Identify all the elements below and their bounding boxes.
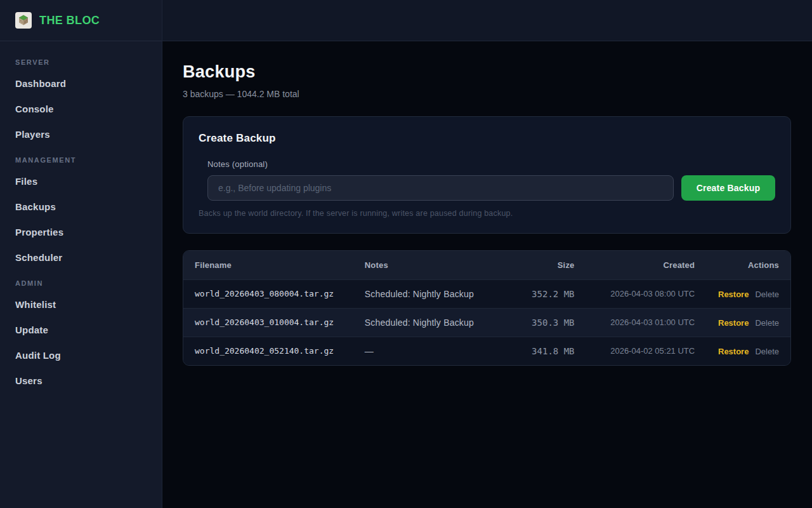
sidebar-item-dashboard[interactable]: Dashboard (15, 70, 147, 96)
nav-section-management: MANAGEMENT Files Backups Properties Sche… (15, 152, 147, 270)
restore-link[interactable]: Restore (718, 347, 749, 356)
backup-actions: RestoreDelete (695, 337, 790, 365)
column-header-actions: Actions (695, 251, 790, 279)
backup-size: 352.2 MB (500, 279, 575, 308)
sidebar-item-users[interactable]: Users (15, 368, 147, 393)
column-header-created: Created (575, 251, 695, 279)
column-header-filename: Filename (183, 251, 365, 279)
page-title: Backups (183, 62, 791, 82)
backup-created: 2026-04-03 01:00 UTC (575, 308, 695, 337)
create-backup-card-title: Create Backup (199, 132, 775, 145)
backup-actions: RestoreDelete (695, 279, 790, 308)
backups-table-card: Filename Notes Size Created Actions worl… (183, 250, 791, 366)
backup-filename: world_20260402_052140.tar.gz (183, 337, 365, 365)
sidebar-nav: SERVER Dashboard Console Players MANAGEM… (0, 41, 162, 393)
backup-created: 2026-04-02 05:21 UTC (575, 337, 695, 365)
sidebar-item-update[interactable]: Update (15, 317, 147, 342)
content-area: Backups 3 backups — 1044.2 MB total Crea… (162, 41, 812, 508)
sidebar-item-console[interactable]: Console (15, 96, 147, 121)
backup-notes: Scheduled: Nightly Backup (365, 308, 500, 337)
table-row: world_20260402_052140.tar.gz — 341.8 MB … (183, 337, 790, 365)
grass-block-icon (15, 12, 32, 29)
backup-filename: world_20260403_010004.tar.gz (183, 308, 365, 337)
create-backup-card: Create Backup Notes (optional) Create Ba… (183, 116, 791, 234)
backup-help-text: Backs up the world directory. If the ser… (199, 209, 775, 218)
nav-section-admin: ADMIN Whitelist Update Audit Log Users (15, 275, 147, 393)
backup-filename: world_20260403_080004.tar.gz (183, 279, 365, 308)
backup-notes: — (365, 337, 500, 365)
nav-section-label: ADMIN (15, 275, 147, 291)
notes-label: Notes (optional) (207, 159, 775, 169)
nav-section-label: SERVER (15, 54, 147, 70)
sidebar-item-files[interactable]: Files (15, 168, 147, 194)
backup-size: 341.8 MB (500, 337, 575, 365)
sidebar-item-properties[interactable]: Properties (15, 219, 147, 244)
table-header-row: Filename Notes Size Created Actions (183, 251, 790, 279)
create-backup-form: Notes (optional) Create Backup (199, 159, 775, 201)
table-row: world_20260403_010004.tar.gz Scheduled: … (183, 308, 790, 337)
app-root: THE BLOC SERVER Dashboard Console Player… (0, 0, 812, 508)
create-backup-button[interactable]: Create Backup (681, 175, 775, 201)
topbar (162, 0, 812, 41)
restore-link[interactable]: Restore (718, 318, 749, 328)
main-column: Backups 3 backups — 1044.2 MB total Crea… (162, 0, 812, 508)
backup-notes: Scheduled: Nightly Backup (365, 279, 500, 308)
restore-link[interactable]: Restore (718, 290, 749, 299)
delete-link[interactable]: Delete (755, 290, 779, 299)
sidebar: THE BLOC SERVER Dashboard Console Player… (0, 0, 162, 508)
column-header-notes: Notes (365, 251, 500, 279)
brand-name: THE BLOC (39, 14, 100, 27)
backup-created: 2026-04-03 08:00 UTC (575, 279, 695, 308)
sidebar-item-backups[interactable]: Backups (15, 194, 147, 219)
sidebar-item-players[interactable]: Players (15, 121, 147, 147)
backups-table: Filename Notes Size Created Actions worl… (183, 251, 790, 365)
backup-actions: RestoreDelete (695, 308, 790, 337)
delete-link[interactable]: Delete (755, 347, 779, 356)
column-header-size: Size (500, 251, 575, 279)
backup-size: 350.3 MB (500, 308, 575, 337)
delete-link[interactable]: Delete (755, 318, 779, 328)
notes-form-row: Create Backup (207, 175, 775, 201)
brand: THE BLOC (0, 0, 162, 41)
page-subtitle: 3 backups — 1044.2 MB total (183, 89, 791, 99)
sidebar-item-scheduler[interactable]: Scheduler (15, 244, 147, 270)
sidebar-item-whitelist[interactable]: Whitelist (15, 291, 147, 317)
notes-input[interactable] (207, 175, 674, 201)
table-row: world_20260403_080004.tar.gz Scheduled: … (183, 279, 790, 308)
sidebar-item-audit-log[interactable]: Audit Log (15, 342, 147, 368)
nav-section-server: SERVER Dashboard Console Players (15, 54, 147, 147)
nav-section-label: MANAGEMENT (15, 152, 147, 168)
